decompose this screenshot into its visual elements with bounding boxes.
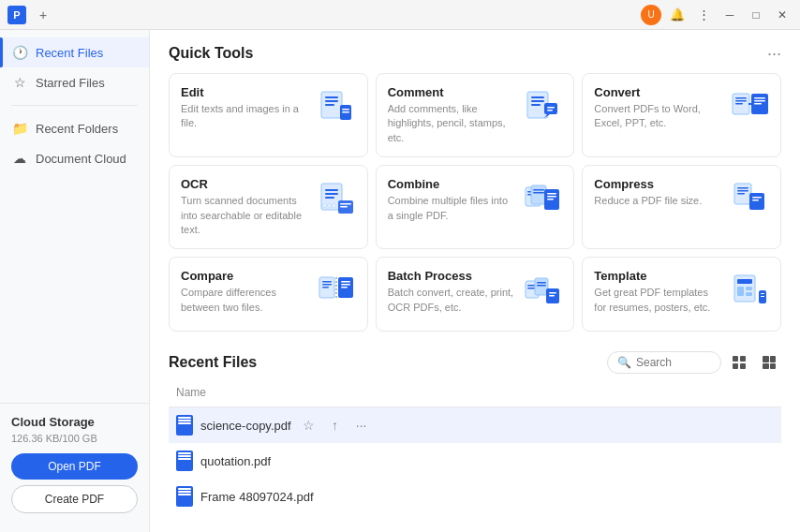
tool-card-compare[interactable]: Compare Compare differences between two … xyxy=(169,257,368,332)
more-icon[interactable]: ··· xyxy=(374,486,394,507)
svg-rect-38 xyxy=(531,185,546,204)
name-column-header: Name xyxy=(169,382,781,407)
svg-rect-59 xyxy=(341,287,348,288)
tool-name-combine: Combine xyxy=(388,177,516,191)
svg-rect-13 xyxy=(544,103,557,114)
sidebar-divider xyxy=(11,105,138,106)
tool-card-edit[interactable]: Edit Edit texts and images in a file. xyxy=(169,73,368,157)
tool-name-compare: Compare xyxy=(181,269,309,283)
cloud-storage-usage: 126.36 KB/100 GB xyxy=(11,433,138,444)
svg-rect-2 xyxy=(325,96,338,98)
svg-rect-31 xyxy=(340,206,348,208)
tool-card-batch-process[interactable]: Batch Process Batch convert, create, pri… xyxy=(376,257,575,332)
file-name-cell: Frame 48097024.pdf ☆ ↑ ··· xyxy=(169,479,781,514)
title-bar-right: U 🔔 ⋮ ─ □ ✕ xyxy=(641,5,793,25)
tool-name-template: Template xyxy=(594,269,722,283)
tool-card-combine[interactable]: Combine Combine multiple files into a si… xyxy=(376,165,575,249)
open-pdf-button[interactable]: Open PDF xyxy=(11,453,138,480)
sidebar-item-recent-files[interactable]: 🕐 Recent Files xyxy=(0,37,149,67)
sidebar-item-starred-files[interactable]: ☆ Starred Files xyxy=(0,67,149,97)
svg-rect-55 xyxy=(322,287,329,288)
sidebar-item-document-cloud[interactable]: ☁ Document Cloud xyxy=(0,143,149,173)
upload-icon[interactable]: ↑ xyxy=(325,415,346,436)
tool-info-batch-process: Batch Process Batch convert, create, pri… xyxy=(388,269,516,315)
view-controls: 🔍 xyxy=(607,350,781,375)
table-row[interactable]: science-copy.pdf ☆ ↑ ··· xyxy=(169,407,781,444)
star-icon[interactable]: ☆ xyxy=(321,486,342,507)
sidebar-nav: 🕐 Recent Files ☆ Starred Files 📁 Recent … xyxy=(0,37,149,173)
svg-rect-28 xyxy=(325,197,334,199)
svg-rect-57 xyxy=(341,281,350,283)
sidebar-icon-recent-files: 🕐 xyxy=(11,45,28,60)
tool-icon-batch-process xyxy=(523,271,562,310)
quick-tools-more-button[interactable]: ··· xyxy=(767,45,781,62)
svg-rect-69 xyxy=(549,295,555,297)
svg-rect-3 xyxy=(325,100,338,102)
search-icon: 🔍 xyxy=(617,356,631,369)
svg-rect-85 xyxy=(770,363,776,369)
sidebar-label-document-cloud: Document Cloud xyxy=(36,152,126,166)
tool-info-combine: Combine Combine multiple files into a si… xyxy=(388,177,516,223)
more-icon[interactable]: ··· xyxy=(331,451,351,471)
sidebar-label-starred-files: Starred Files xyxy=(36,76,105,90)
tool-desc-convert: Convert PDFs to Word, Excel, PPT, etc. xyxy=(594,102,722,131)
tool-desc-combine: Combine multiple files into a single PDF… xyxy=(388,194,516,223)
more-options-icon[interactable]: ⋮ xyxy=(693,5,714,25)
svg-rect-44 xyxy=(547,199,554,200)
upload-icon[interactable]: ↑ xyxy=(304,451,325,471)
svg-rect-6 xyxy=(342,109,349,111)
file-name-text: Frame 48097024.pdf xyxy=(200,490,314,504)
recent-files-header: Recent Files 🔍 xyxy=(169,350,781,375)
tool-icon-template xyxy=(730,271,769,310)
sidebar-label-recent-folders: Recent Folders xyxy=(36,122,118,136)
tool-desc-edit: Edit texts and images in a file. xyxy=(181,102,309,131)
tool-info-ocr: OCR Turn scanned documents into searchab… xyxy=(181,177,309,237)
maximize-button[interactable]: □ xyxy=(746,5,766,25)
more-icon[interactable]: ··· xyxy=(351,415,372,436)
svg-rect-12 xyxy=(531,104,541,106)
svg-rect-18 xyxy=(735,97,747,99)
tools-grid: Edit Edit texts and images in a file. Co… xyxy=(169,73,781,332)
create-pdf-button[interactable]: Create PDF xyxy=(11,485,138,513)
notification-icon[interactable]: 🔔 xyxy=(667,5,688,25)
svg-rect-16 xyxy=(547,110,553,111)
search-input[interactable] xyxy=(636,356,711,369)
tool-card-ocr[interactable]: OCR Turn scanned documents into searchab… xyxy=(169,165,368,249)
tool-card-template[interactable]: Template Get great PDF templates for res… xyxy=(582,257,781,332)
recent-files-title: Recent Files xyxy=(169,354,257,371)
file-actions: ☆ ↑ ··· xyxy=(299,415,372,436)
svg-rect-43 xyxy=(547,196,556,198)
avatar: U xyxy=(641,5,661,25)
cloud-storage-title: Cloud Storage xyxy=(11,415,138,429)
tool-name-convert: Convert xyxy=(594,85,722,99)
sidebar-item-recent-folders[interactable]: 📁 Recent Folders xyxy=(0,113,149,143)
tool-icon-compare xyxy=(317,271,356,310)
grid-view-button[interactable] xyxy=(727,350,751,375)
list-view-button[interactable] xyxy=(757,350,781,375)
close-button[interactable]: ✕ xyxy=(772,5,793,25)
svg-rect-58 xyxy=(341,284,350,286)
star-icon[interactable]: ☆ xyxy=(278,451,299,471)
tool-icon-ocr xyxy=(317,179,356,218)
tool-card-comment[interactable]: Comment Add comments, like highlights, p… xyxy=(376,73,575,157)
file-doc-icon xyxy=(176,486,193,507)
minimize-button[interactable]: ─ xyxy=(719,5,740,25)
svg-rect-26 xyxy=(325,189,338,191)
svg-rect-47 xyxy=(737,190,748,192)
tool-card-compress[interactable]: Compress Reduce a PDF file size. xyxy=(582,165,781,249)
tool-info-template: Template Get great PDF templates for res… xyxy=(594,269,722,315)
sidebar-icon-recent-folders: 📁 xyxy=(11,121,28,136)
svg-rect-76 xyxy=(761,293,764,294)
file-name-cell: science-copy.pdf ☆ ↑ ··· xyxy=(169,407,781,444)
tool-card-convert[interactable]: Convert Convert PDFs to Word, Excel, PPT… xyxy=(582,73,781,157)
files-table: Name science-copy.pdf ☆ ↑ ··· quotation.… xyxy=(169,382,781,514)
table-row[interactable]: Frame 48097024.pdf ☆ ↑ ··· xyxy=(169,479,781,514)
upload-icon[interactable]: ↑ xyxy=(348,486,368,507)
svg-rect-82 xyxy=(763,356,769,362)
tool-info-comment: Comment Add comments, like highlights, p… xyxy=(388,85,516,145)
svg-rect-34 xyxy=(333,204,335,207)
table-row[interactable]: quotation.pdf ☆ ↑ ··· xyxy=(169,443,781,479)
svg-rect-11 xyxy=(531,100,544,102)
star-icon[interactable]: ☆ xyxy=(299,415,319,436)
add-tab-button[interactable]: + xyxy=(34,6,52,24)
